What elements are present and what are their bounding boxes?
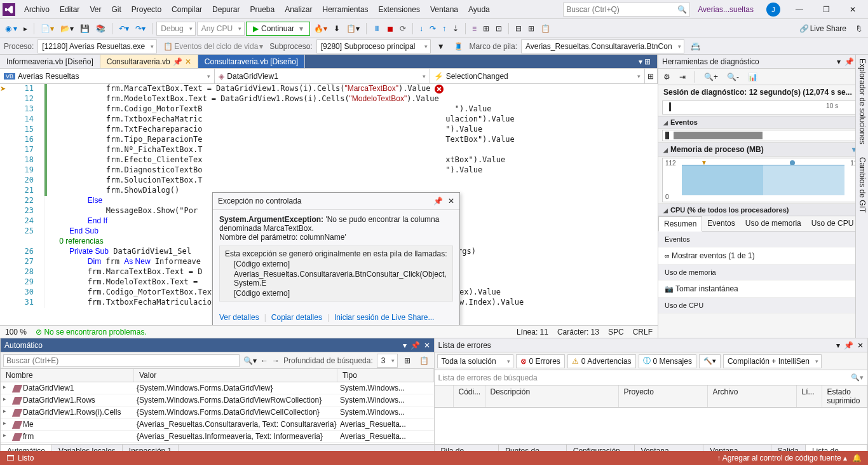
document-tab[interactable]: Consultaraveria.vb 📌 ✕ xyxy=(100,55,198,68)
tb-btn-5[interactable]: ⊞ xyxy=(480,22,492,36)
zoom-in-icon[interactable]: 🔍+ xyxy=(702,70,721,84)
events-section-header[interactable]: Eventos xyxy=(658,116,868,128)
menu-compilar[interactable]: Compilar xyxy=(166,3,207,17)
nav-back-button[interactable]: ◉ ▾ xyxy=(3,22,20,36)
chart-icon[interactable]: 📊 xyxy=(745,70,760,84)
tb-btn-2[interactable]: 📋▾ xyxy=(344,22,362,36)
save-button[interactable]: 💾 xyxy=(78,22,92,36)
menu-herramientas[interactable]: Herramientas xyxy=(318,3,374,17)
menu-ventana[interactable]: Ventana xyxy=(425,3,463,17)
close-icon[interactable]: ✕ xyxy=(448,197,454,205)
split-button[interactable]: ⊞ xyxy=(645,69,658,83)
close-icon[interactable]: ✕ xyxy=(857,341,864,350)
nav-next-icon[interactable]: → xyxy=(272,356,280,365)
gear-icon[interactable]: ⚙ xyxy=(661,70,673,84)
autos-row[interactable]: ▸frm{Averias_Resueltas.Informeaveria, Te… xyxy=(1,431,434,443)
restart-button[interactable]: ⟳ xyxy=(397,22,409,36)
global-search-input[interactable] xyxy=(566,5,677,14)
menu-editar[interactable]: Editar xyxy=(55,3,85,17)
process-combo[interactable]: [12180] Averias Resueltas.exe xyxy=(37,39,157,53)
errors-filter-button[interactable]: ⊗0 Errores xyxy=(516,354,565,368)
messages-filter-button[interactable]: ⓘ0 Mensajes xyxy=(639,354,696,368)
zoom-out-icon[interactable]: 🔍- xyxy=(724,70,742,84)
cpu-section-header[interactable]: CPU (% de todos los procesadores) xyxy=(658,204,868,216)
view-details-link[interactable]: Ver detalles xyxy=(219,313,259,322)
nav-project-combo[interactable]: VBAverias Resueltas▾ xyxy=(0,69,215,83)
git-changes-tab[interactable]: Cambios de GIT xyxy=(857,157,867,212)
tb-btn-9[interactable]: 📋 xyxy=(538,22,553,36)
menu-depurar[interactable]: Depurar xyxy=(207,3,245,17)
lifecycle-events-button[interactable]: 📋 Eventos del ciclo de vida ▾ xyxy=(161,39,266,53)
step-over-button[interactable]: ↷ xyxy=(427,22,438,36)
menu-analizar[interactable]: Analizar xyxy=(280,3,317,17)
menu-ver[interactable]: Ver xyxy=(85,3,106,17)
tb-btn-4[interactable]: ≡ xyxy=(470,22,479,36)
diag-tab[interactable]: Uso de CPU xyxy=(806,216,859,231)
autos-row[interactable]: ▸DataGridView1.Rows(i).Cells{System.Wind… xyxy=(1,406,434,419)
search-icon[interactable]: 🔍▾ xyxy=(243,356,257,365)
reset-icon[interactable]: ⇥ xyxy=(677,70,688,84)
timeline-ruler[interactable]: 10 s xyxy=(662,101,864,115)
thread-icon[interactable]: 🧵 xyxy=(451,39,466,53)
source-combo[interactable]: Compilación + IntelliSen xyxy=(723,354,822,368)
solution-explorer-tab[interactable]: Explorador de soluciones xyxy=(857,59,867,144)
depth-combo[interactable]: 3 xyxy=(377,354,398,368)
pause-button[interactable]: ⏸ xyxy=(370,22,383,36)
take-snapshot-button[interactable]: 📷 Tomar instantánea xyxy=(658,281,868,298)
menu-extensiones[interactable]: Extensiones xyxy=(374,3,425,17)
thread-combo[interactable]: [9280] Subproceso principal xyxy=(316,39,431,53)
dropdown-icon[interactable]: ▾ xyxy=(837,57,841,66)
redo-button[interactable]: ↷▾ xyxy=(133,22,148,36)
menu-ayuda[interactable]: Ayuda xyxy=(463,3,495,17)
user-avatar[interactable]: J xyxy=(766,3,780,17)
pin-icon[interactable]: 📌 xyxy=(844,341,853,350)
menu-prueba[interactable]: Prueba xyxy=(245,3,280,17)
live-share-button[interactable]: 🔗 Live Share xyxy=(797,22,849,36)
pin-icon[interactable]: 📌 xyxy=(844,57,854,66)
restore-button[interactable]: ❐ xyxy=(813,0,839,19)
autos-search-input[interactable] xyxy=(3,354,240,367)
step-out-button[interactable]: ↑ xyxy=(440,22,449,36)
code-editor[interactable]: 1112131415161718192021222324252627282930… xyxy=(0,84,658,325)
warnings-filter-button[interactable]: ⚠0 Advertencias xyxy=(567,354,636,368)
autos-btn-2[interactable]: 📋 xyxy=(417,354,431,368)
nav-fwd-button[interactable]: ▸ xyxy=(21,22,30,36)
menu-archivo[interactable]: Archivo xyxy=(19,3,55,17)
tab-overflow-button[interactable]: ▾ ⊞ xyxy=(632,55,658,68)
document-tab[interactable]: Informeaveria.vb [Diseño] xyxy=(0,55,100,68)
document-tab[interactable]: Consultaraveria.vb [Diseño] xyxy=(198,55,305,68)
step-into-button[interactable]: ↓ xyxy=(417,22,426,36)
autos-row[interactable]: ▸DataGridView1{System.Windows.Forms.Data… xyxy=(1,382,434,394)
copy-details-link[interactable]: Copiar detalles xyxy=(271,313,322,322)
add-source-control-button[interactable]: ↑ Agregar al control de código fuente ▴ xyxy=(717,454,847,462)
open-button[interactable]: 📂▾ xyxy=(58,22,76,36)
pin-icon[interactable]: 📌 xyxy=(433,197,443,205)
feedback-button[interactable]: 🖁 xyxy=(853,22,865,36)
show-events-link[interactable]: ∞ Mostrar eventos (1 de 1) xyxy=(658,247,868,265)
config-combo[interactable]: Debug xyxy=(156,22,195,36)
tb-btn-1[interactable]: ⬇ xyxy=(331,22,342,36)
nav-prev-icon[interactable]: ← xyxy=(261,356,268,365)
autos-row[interactable]: ▸DataGridView1.Rows{System.Windows.Forms… xyxy=(1,394,434,406)
pin-icon[interactable]: 📌 xyxy=(410,341,420,350)
save-all-button[interactable]: 📚 xyxy=(93,22,108,36)
problems-status[interactable]: ⊘ No se encontraron problemas. xyxy=(36,328,147,337)
filter-icon[interactable]: ▼ xyxy=(435,39,447,53)
minimize-button[interactable]: — xyxy=(787,0,812,19)
undo-button[interactable]: ↶▾ xyxy=(116,22,132,36)
tb-btn-6[interactable]: ⊡ xyxy=(493,22,505,36)
tb-btn-7[interactable]: ⊟ xyxy=(513,22,524,36)
menu-git[interactable]: Git xyxy=(106,3,126,17)
build-filter-button[interactable]: 🔨▾ xyxy=(699,354,721,368)
stop-button[interactable]: ◼ xyxy=(384,22,396,36)
new-item-button[interactable]: 📄▾ xyxy=(38,22,57,36)
liveshare-link[interactable]: Iniciar sesión de Live Share... xyxy=(334,313,434,322)
continue-button[interactable]: ▶Continuar▾ xyxy=(246,22,310,36)
dropdown-icon[interactable]: ▾ xyxy=(836,341,840,350)
autos-btn-1[interactable]: ⊞ xyxy=(402,354,413,368)
nav-member-combo[interactable]: ⚡SelectionChanged▾ xyxy=(430,69,645,83)
error-search-input[interactable]: Lista de errores de búsqueda🔍▾ xyxy=(435,370,868,385)
global-search-box[interactable]: 🔍 xyxy=(563,3,690,17)
hot-reload-button[interactable]: 🔥▾ xyxy=(311,22,330,36)
stackframe-combo[interactable]: Averias_Resueltas.Consultaraveria.BtnCon xyxy=(521,39,684,53)
